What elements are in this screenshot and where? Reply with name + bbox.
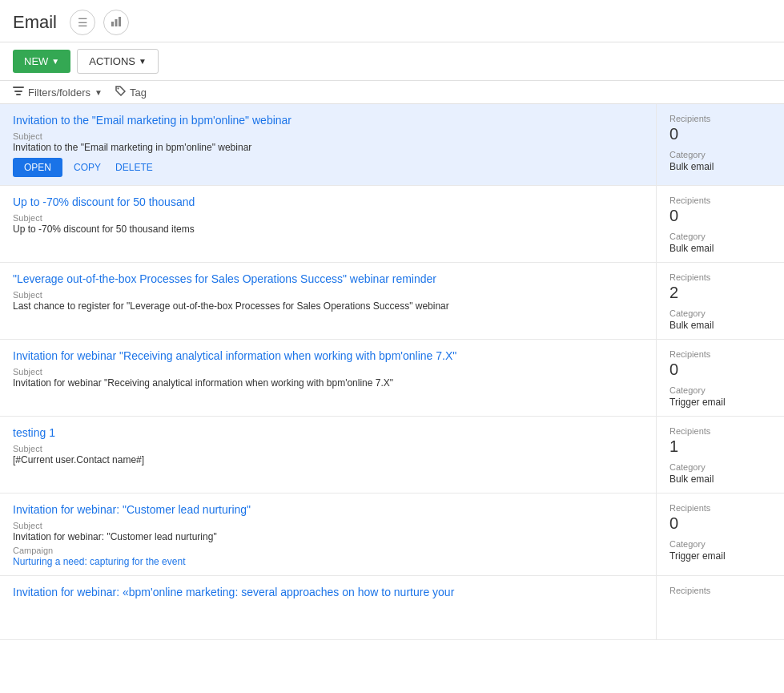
email-right: Recipients bbox=[656, 576, 784, 639]
email-main: Invitation to the "Email marketing in bp… bbox=[0, 104, 656, 185]
recipients-label: Recipients bbox=[669, 272, 771, 282]
open-button[interactable]: OPEN bbox=[13, 158, 62, 177]
email-right: Recipients 0 Category Bulk email bbox=[656, 104, 784, 185]
email-title[interactable]: Up to -70% discount for 50 thousand bbox=[13, 195, 643, 208]
email-item: "Leverage out-of-the-box Processes for S… bbox=[0, 263, 784, 340]
list-icon: ☰ bbox=[78, 16, 88, 29]
email-list: Invitation to the "Email marketing in bp… bbox=[0, 104, 784, 640]
subject-value: Invitation for webinar "Receiving analyt… bbox=[13, 377, 643, 389]
subject-label: Subject bbox=[13, 290, 643, 300]
email-item: Invitation for webinar: «bpm'online mark… bbox=[0, 576, 784, 640]
recipients-label: Recipients bbox=[669, 503, 771, 513]
recipients-count: 0 bbox=[669, 125, 771, 143]
category-value: Trigger email bbox=[669, 397, 771, 408]
email-right: Recipients 2 Category Bulk email bbox=[656, 263, 784, 339]
email-main: Invitation for webinar: «bpm'online mark… bbox=[0, 576, 656, 639]
new-button[interactable]: NEW ▼ bbox=[13, 50, 70, 73]
email-main: Up to -70% discount for 50 thousand Subj… bbox=[0, 186, 656, 262]
subject-label: Subject bbox=[13, 131, 643, 141]
filters-caret-icon: ▼ bbox=[94, 88, 103, 97]
tag-icon bbox=[115, 86, 126, 99]
email-main: Invitation for webinar "Receiving analyt… bbox=[0, 340, 656, 416]
recipients-label: Recipients bbox=[669, 195, 771, 205]
filter-icon bbox=[13, 87, 24, 99]
subject-label: Subject bbox=[13, 213, 643, 223]
email-title[interactable]: testing 1 bbox=[13, 426, 643, 439]
subject-label: Subject bbox=[13, 521, 643, 530]
page-header: Email ☰ bbox=[0, 0, 784, 42]
recipients-label: Recipients bbox=[669, 586, 771, 595]
actions-button[interactable]: ACTIONS ▼ bbox=[77, 49, 159, 74]
subject-value: Last chance to register for "Leverage ou… bbox=[13, 300, 643, 312]
new-button-label: NEW bbox=[24, 55, 48, 67]
recipients-label: Recipients bbox=[669, 349, 771, 359]
category-value: Trigger email bbox=[669, 550, 771, 562]
new-caret-icon: ▼ bbox=[51, 57, 59, 66]
email-item: Invitation for webinar "Receiving analyt… bbox=[0, 340, 784, 417]
email-right: Recipients 0 Category Trigger email bbox=[656, 494, 784, 575]
category-value: Bulk email bbox=[669, 320, 771, 331]
action-buttons: OPEN COPY DELETE bbox=[13, 158, 643, 177]
email-title[interactable]: Invitation for webinar: «bpm'online mark… bbox=[13, 586, 643, 598]
page-title: Email bbox=[13, 12, 57, 33]
tag-button[interactable]: Tag bbox=[115, 86, 147, 99]
recipients-label: Recipients bbox=[669, 114, 771, 123]
svg-point-6 bbox=[117, 88, 119, 90]
recipients-count: 0 bbox=[669, 207, 771, 225]
email-title[interactable]: "Leverage out-of-the-box Processes for S… bbox=[13, 272, 643, 285]
email-item: testing 1 Subject [#Current user.Contact… bbox=[0, 417, 784, 494]
svg-rect-0 bbox=[111, 22, 114, 26]
category-value: Bulk email bbox=[669, 473, 771, 485]
category-label: Category bbox=[669, 385, 771, 395]
email-item: Up to -70% discount for 50 thousand Subj… bbox=[0, 186, 784, 263]
svg-rect-3 bbox=[13, 87, 24, 88]
email-right: Recipients 1 Category Bulk email bbox=[656, 417, 784, 493]
chart-view-button[interactable] bbox=[103, 10, 129, 35]
category-label: Category bbox=[669, 150, 771, 159]
category-value: Bulk email bbox=[669, 161, 771, 172]
category-label: Category bbox=[669, 232, 771, 241]
subject-value: [#Current user.Contact name#] bbox=[13, 454, 643, 465]
filter-bar: Filters/folders ▼ Tag bbox=[0, 81, 784, 104]
svg-rect-5 bbox=[16, 94, 21, 95]
actions-button-label: ACTIONS bbox=[89, 55, 135, 67]
email-item: Invitation for webinar: "Customer lead n… bbox=[0, 494, 784, 576]
category-value: Bulk email bbox=[669, 243, 771, 254]
subject-value: Invitation to the "Email marketing in bp… bbox=[13, 142, 643, 153]
campaign-value[interactable]: Nurturing a need: capturing for the even… bbox=[13, 556, 643, 567]
list-view-button[interactable]: ☰ bbox=[70, 10, 95, 35]
svg-rect-2 bbox=[119, 17, 121, 26]
copy-button[interactable]: COPY bbox=[70, 158, 104, 177]
category-label: Category bbox=[669, 308, 771, 318]
filters-folders-button[interactable]: Filters/folders ▼ bbox=[13, 87, 103, 99]
category-label: Category bbox=[669, 462, 771, 472]
email-title[interactable]: Invitation for webinar "Receiving analyt… bbox=[13, 349, 643, 362]
tag-label: Tag bbox=[130, 87, 147, 99]
subject-label: Subject bbox=[13, 367, 643, 377]
campaign-label: Campaign bbox=[13, 546, 643, 555]
subject-value: Invitation for webinar: "Customer lead n… bbox=[13, 531, 643, 542]
delete-button[interactable]: DELETE bbox=[112, 158, 156, 177]
actions-caret-icon: ▼ bbox=[139, 57, 147, 66]
chart-icon bbox=[111, 16, 122, 30]
subject-value: Up to -70% discount for 50 thousand item… bbox=[13, 224, 643, 235]
svg-rect-1 bbox=[115, 19, 118, 26]
svg-rect-4 bbox=[14, 91, 22, 92]
recipients-label: Recipients bbox=[669, 426, 771, 436]
category-label: Category bbox=[669, 539, 771, 549]
email-main: Invitation for webinar: "Customer lead n… bbox=[0, 494, 656, 575]
email-title[interactable]: Invitation to the "Email marketing in bp… bbox=[13, 114, 643, 127]
email-main: testing 1 Subject [#Current user.Contact… bbox=[0, 417, 656, 493]
recipients-count: 2 bbox=[669, 284, 771, 302]
toolbar: NEW ▼ ACTIONS ▼ bbox=[0, 42, 784, 81]
recipients-count: 1 bbox=[669, 437, 771, 456]
recipients-count: 0 bbox=[669, 361, 771, 379]
email-right: Recipients 0 Category Trigger email bbox=[656, 340, 784, 416]
recipients-count: 0 bbox=[669, 514, 771, 533]
email-main: "Leverage out-of-the-box Processes for S… bbox=[0, 263, 656, 339]
email-title[interactable]: Invitation for webinar: "Customer lead n… bbox=[13, 503, 643, 516]
email-item: Invitation to the "Email marketing in bp… bbox=[0, 104, 784, 186]
email-right: Recipients 0 Category Bulk email bbox=[656, 186, 784, 262]
filters-label: Filters/folders bbox=[28, 87, 90, 99]
subject-label: Subject bbox=[13, 444, 643, 453]
